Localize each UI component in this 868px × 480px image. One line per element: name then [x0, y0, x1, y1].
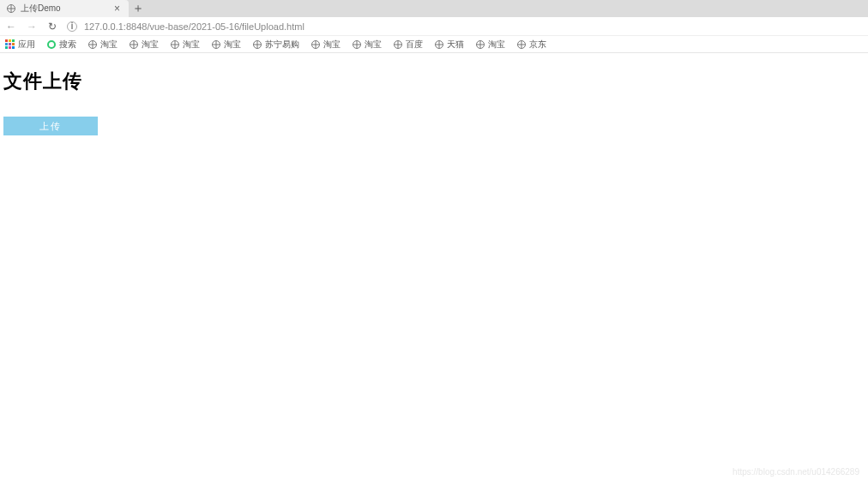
globe-icon	[7, 4, 15, 13]
new-tab-button[interactable]: ＋	[129, 0, 148, 17]
back-icon[interactable]: ←	[5, 21, 17, 33]
bookmark-label: 淘宝	[365, 39, 382, 51]
info-icon[interactable]: i	[67, 21, 77, 32]
bookmark-label: 京东	[529, 39, 546, 51]
globe-icon	[476, 40, 485, 49]
globe-icon	[212, 40, 220, 49]
qihoo-icon	[47, 40, 56, 49]
bookmark-label: 天猫	[447, 39, 464, 51]
apps-icon	[5, 39, 15, 49]
bookmark-item[interactable]: 淘宝	[130, 39, 159, 51]
globe-icon	[311, 40, 320, 49]
bookmark-label: 淘宝	[142, 39, 159, 51]
bookmark-item[interactable]: 淘宝	[353, 39, 382, 51]
close-icon[interactable]: ×	[112, 3, 122, 15]
bookmark-label: 淘宝	[100, 39, 118, 51]
tab-bar: 上传Demo × ＋	[0, 0, 868, 17]
page-content: 文件上传 上传	[0, 53, 868, 151]
bookmark-label: 苏宁易购	[265, 39, 299, 51]
bookmark-item[interactable]: 天猫	[435, 39, 464, 51]
url-box[interactable]: i 127.0.0.1:8848/vue-base/2021-05-16/fil…	[67, 21, 863, 32]
bookmark-label: 百度	[406, 39, 423, 51]
forward-icon[interactable]: →	[26, 21, 38, 33]
globe-icon	[130, 40, 138, 49]
bookmark-item[interactable]: 淘宝	[88, 39, 118, 51]
bookmark-label: 淘宝	[224, 39, 241, 51]
globe-icon	[517, 40, 526, 49]
bookmark-item[interactable]: 淘宝	[311, 39, 341, 51]
bookmark-item[interactable]: 苏宁易购	[253, 39, 299, 51]
bookmark-label: 搜索	[59, 39, 76, 51]
globe-icon	[353, 40, 361, 49]
bookmark-item[interactable]: 淘宝	[171, 39, 200, 51]
globe-icon	[88, 40, 97, 49]
bookmark-item[interactable]: 淘宝	[212, 39, 241, 51]
bookmark-item[interactable]: 京东	[517, 39, 546, 51]
upload-button[interactable]: 上传	[3, 117, 98, 135]
globe-icon	[435, 40, 443, 49]
globe-icon	[171, 40, 179, 49]
bookmark-item[interactable]: 百度	[394, 39, 423, 51]
bookmark-label: 淘宝	[183, 39, 200, 51]
page-title: 文件上传	[3, 69, 865, 94]
tab-title: 上传Demo	[21, 3, 112, 15]
watermark: https://blog.csdn.net/u014266289	[732, 467, 859, 477]
browser-tab[interactable]: 上传Demo ×	[0, 0, 129, 17]
globe-icon	[394, 40, 402, 49]
bookmark-item[interactable]: 淘宝	[476, 39, 505, 51]
apps-label: 应用	[18, 39, 35, 51]
apps-shortcut[interactable]: 应用	[5, 39, 35, 51]
reload-icon[interactable]: ↻	[46, 21, 58, 33]
url-text: 127.0.0.1:8848/vue-base/2021-05-16/fileU…	[84, 21, 304, 32]
bookmark-label: 淘宝	[323, 39, 341, 51]
bookmarks-bar: 应用 搜索 淘宝 淘宝 淘宝 淘宝 苏宁易购 淘宝 淘宝 百度 天猫	[0, 36, 868, 53]
address-bar: ← → ↻ i 127.0.0.1:8848/vue-base/2021-05-…	[0, 17, 868, 36]
bookmark-item[interactable]: 搜索	[47, 39, 76, 51]
globe-icon	[253, 40, 262, 49]
bookmark-label: 淘宝	[488, 39, 505, 51]
